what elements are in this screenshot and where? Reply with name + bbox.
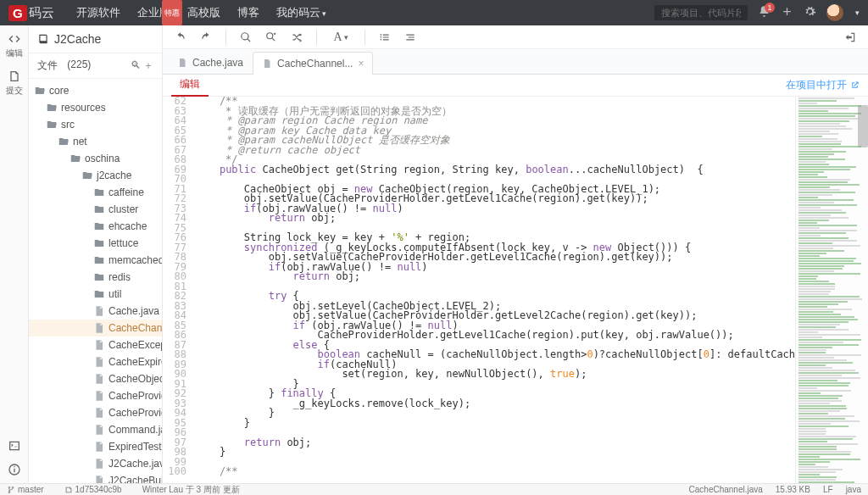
rail-editor[interactable]: 编辑 — [6, 32, 23, 59]
svg-point-1 — [267, 32, 273, 38]
redo-icon[interactable] — [195, 28, 217, 47]
editor-tabs: Cache.javaCacheChannel...× — [163, 49, 868, 75]
open-in-project-link[interactable]: 在项目中打开 — [786, 78, 860, 92]
global-search-input[interactable] — [654, 5, 748, 20]
tab-close-icon[interactable]: × — [358, 58, 364, 70]
tree-file[interactable]: CacheExpire... — [29, 353, 162, 370]
file-tree: coreresourcessrcnetoschinaj2cachecaffein… — [29, 79, 162, 483]
plus-icon[interactable] — [781, 5, 793, 20]
project-title[interactable]: J2Cache — [29, 25, 162, 53]
tree-file[interactable]: J2CacheBuil... — [29, 472, 162, 483]
tree-file[interactable]: Command.java — [29, 421, 162, 438]
sidebar-add-icon[interactable]: ＋ — [143, 59, 153, 71]
commit-author: Winter Lau 于 3 周前 更新 — [142, 484, 240, 496]
tree-folder[interactable]: ehcache — [29, 218, 162, 235]
rail-info-icon[interactable] — [8, 463, 21, 478]
shuffle-icon[interactable] — [286, 28, 308, 47]
status-lang[interactable]: java — [846, 485, 861, 494]
minimap[interactable] — [795, 97, 868, 483]
tree-file[interactable]: J2Cache.java — [29, 455, 162, 472]
rail-commit[interactable]: 提交 — [6, 70, 23, 97]
status-filesize: 15.93 KB — [776, 485, 810, 494]
avatar[interactable] — [826, 4, 843, 21]
site-logo[interactable]: G码云 — [8, 5, 54, 21]
notification-icon[interactable]: 1 — [758, 5, 771, 20]
tree-folder[interactable]: memcached — [29, 252, 162, 269]
tree-file[interactable]: ExpiredTester... — [29, 438, 162, 455]
nav-enterprise[interactable]: 企业版特惠 — [129, 0, 179, 25]
top-navigation: G码云 开源软件 企业版特惠 高校版 博客 我的码云▾ 1 ▾ — [0, 0, 868, 25]
tree-file[interactable]: CacheProvid... — [29, 387, 162, 404]
tree-file[interactable]: CacheExcepti... — [29, 336, 162, 353]
tree-file[interactable]: CacheProvid... — [29, 404, 162, 421]
tree-folder[interactable]: core — [29, 82, 162, 99]
search-icon[interactable] — [235, 28, 257, 47]
tree-folder[interactable]: redis — [29, 269, 162, 286]
exit-icon[interactable] — [839, 28, 861, 47]
tab-edit[interactable]: 编辑 — [171, 74, 209, 97]
status-eol[interactable]: LF — [823, 485, 833, 494]
tree-folder[interactable]: j2cache — [29, 167, 162, 184]
rail-terminal-icon[interactable] — [8, 439, 21, 454]
sidebar-search-icon[interactable]: 🔍︎ — [131, 59, 141, 71]
code-editor[interactable]: 62 /**63 * 读取缓存（用户无需判断返回的对象是否为空）64 * @pa… — [163, 97, 795, 483]
file-sidebar: J2Cache 文件 (225) 🔍︎ ＋ coreresourcessrcne… — [29, 25, 163, 483]
avatar-caret-icon[interactable]: ▾ — [855, 8, 860, 17]
tree-folder[interactable]: src — [29, 116, 162, 133]
nav-opensource[interactable]: 开源软件 — [68, 0, 129, 25]
nav-edu[interactable]: 高校版 — [179, 0, 229, 25]
status-filename: CacheChannel.java — [689, 485, 763, 494]
status-bar: master 1d75340c9b Winter Lau 于 3 周前 更新 C… — [0, 483, 868, 495]
editor-tab[interactable]: CacheChannel...× — [253, 52, 373, 75]
left-rail: 编辑 提交 — [0, 25, 29, 483]
tree-folder[interactable]: oschina — [29, 150, 162, 167]
tree-folder[interactable]: resources — [29, 99, 162, 116]
gear-icon[interactable] — [804, 5, 816, 20]
editor-tab[interactable]: Cache.java — [168, 51, 253, 74]
list-ol-icon[interactable] — [374, 28, 396, 47]
tree-folder[interactable]: util — [29, 286, 162, 303]
files-header: 文件 (225) — [37, 58, 91, 73]
commit-hash[interactable]: 1d75340c9b — [64, 485, 132, 494]
book-icon — [37, 33, 49, 45]
tree-file[interactable]: CacheChan... — [29, 320, 162, 336]
tree-folder[interactable]: net — [29, 133, 162, 150]
tree-file[interactable]: CacheObject... — [29, 370, 162, 387]
search-replace-icon[interactable] — [260, 28, 282, 47]
nav-my[interactable]: 我的码云▾ — [268, 0, 335, 26]
tree-folder[interactable]: caffeine — [29, 184, 162, 201]
branch-indicator[interactable]: master — [7, 485, 54, 494]
tree-folder[interactable]: cluster — [29, 201, 162, 218]
editor-toolbar: A▾ — [163, 25, 868, 49]
nav-blog[interactable]: 博客 — [229, 0, 268, 25]
undo-icon[interactable] — [170, 28, 192, 47]
tree-folder[interactable]: lettuce — [29, 235, 162, 252]
list-ul-icon[interactable] — [399, 28, 421, 47]
font-dropdown[interactable]: A▾ — [326, 28, 356, 47]
tree-file[interactable]: Cache.java — [29, 303, 162, 320]
minimap-viewport[interactable] — [858, 105, 868, 147]
